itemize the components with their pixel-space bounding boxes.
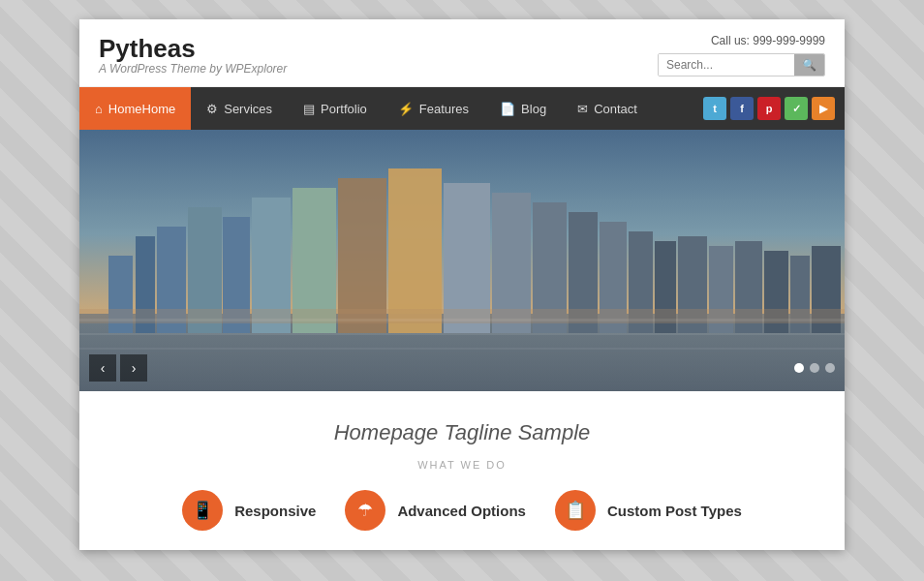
slider-next[interactable]: › [120,354,147,382]
nav-item-home[interactable]: ⌂ HomeHome [79,87,191,130]
search-input[interactable] [659,54,794,76]
call-us-text: Call us: 999-999-9999 [658,34,825,47]
svg-rect-27 [79,309,845,323]
search-button[interactable]: 🔍 [794,54,824,76]
content-area: Homepage Tagline Sample WHAT WE DO 📱 Res… [79,391,845,550]
nav-item-portfolio[interactable]: ▤ Portfolio [288,87,383,130]
nav-item-contact[interactable]: ✉ Contact [562,87,653,130]
feature-responsive: 📱 Responsive [182,490,316,531]
search-form: 🔍 [658,53,825,76]
hero-image [79,130,845,391]
nav-label-services: Services [224,102,272,116]
slider-dots [794,363,835,373]
slider-controls: ‹ › [79,354,845,391]
nav-item-features[interactable]: ⚡ Features [383,87,484,130]
feature-label-custom-post: Custom Post Types [607,503,742,519]
nav-item-blog[interactable]: 📄 Blog [484,87,562,130]
site-nav: ⌂ HomeHome ⚙ Services ▤ Portfolio ⚡ Feat… [79,87,845,130]
portfolio-icon: ▤ [303,102,315,116]
custom-post-icon-circle: 📋 [555,490,596,531]
slider-arrows: ‹ › [89,354,147,382]
feature-label-responsive: Responsive [234,503,316,519]
nav-label-features: Features [419,102,469,116]
site-branding: Pytheas A WordPress Theme by WPExplorer [99,35,287,76]
slide-dot-3[interactable] [825,363,835,373]
social-icons: t f p ✓ ▶ [693,97,845,120]
social-facebook[interactable]: f [730,97,754,120]
blog-icon: 📄 [500,102,515,116]
nav-label-portfolio: Portfolio [321,102,367,116]
feature-custom-post-types: 📋 Custom Post Types [555,490,742,531]
social-twitter[interactable]: t [703,97,726,120]
slide-dot-2[interactable] [810,363,819,373]
site-title: Pytheas [99,35,287,63]
services-icon: ⚙ [206,102,218,116]
svg-rect-10 [388,168,442,333]
site-tagline: A WordPress Theme by WPExplorer [99,62,287,76]
contact-icon: ✉ [577,102,588,116]
advanced-icon-circle: ☂ [345,490,385,531]
nav-items: ⌂ HomeHome ⚙ Services ▤ Portfolio ⚡ Feat… [79,87,693,130]
header-right: Call us: 999-999-9999 🔍 [658,34,825,76]
svg-rect-25 [79,333,845,335]
features-row: 📱 Responsive ☂ Advanced Options 📋 Custom… [99,490,825,531]
nav-label-home: HomeHome [108,102,175,116]
slider-prev[interactable]: ‹ [89,354,116,382]
nav-item-services[interactable]: ⚙ Services [191,87,288,130]
nav-label-contact: Contact [594,102,637,116]
svg-rect-26 [79,348,845,350]
hero-slider: ‹ › [79,130,845,391]
feature-label-advanced: Advanced Options [397,503,526,519]
site-header: Pytheas A WordPress Theme by WPExplorer … [79,19,845,87]
slide-dot-1[interactable] [794,363,804,373]
social-pinterest[interactable]: p [757,97,781,120]
what-we-do-label: WHAT WE DO [99,459,825,471]
feature-advanced-options: ☂ Advanced Options [345,490,526,531]
features-icon: ⚡ [398,102,414,116]
social-check[interactable]: ✓ [785,97,808,120]
home-icon: ⌂ [95,102,103,116]
responsive-icon-circle: 📱 [182,490,223,531]
social-rss[interactable]: ▶ [812,97,835,120]
website-wrapper: Pytheas A WordPress Theme by WPExplorer … [79,19,845,550]
homepage-tagline: Homepage Tagline Sample [99,420,825,445]
nav-label-blog: Blog [521,102,546,116]
